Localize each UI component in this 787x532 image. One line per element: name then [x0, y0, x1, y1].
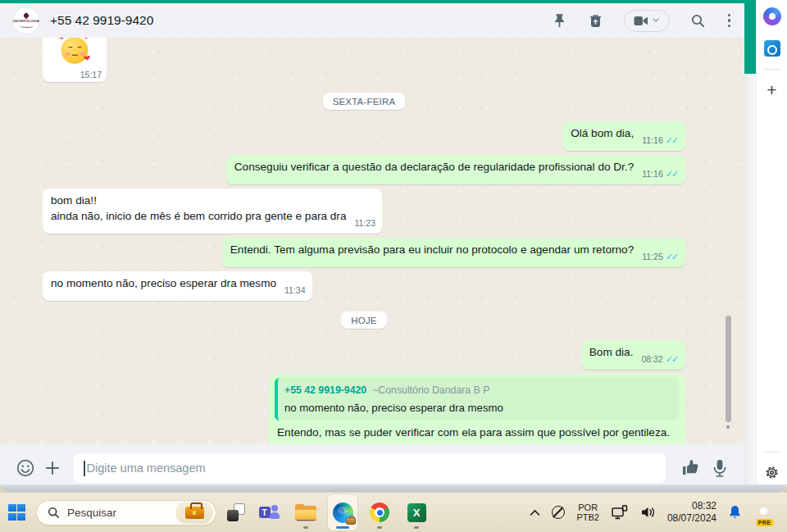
- chat-panel: ❤❤❤15:17SEXTA-FEIRAOlá bom dia,11:16✓✓Co…: [0, 38, 744, 444]
- clock[interactable]: 08:32 08/07/2024: [667, 500, 716, 525]
- teams-icon: T: [259, 502, 280, 522]
- date-divider: HOJE: [341, 311, 386, 329]
- message-bubble[interactable]: Bom dia.08:32✓✓: [581, 340, 685, 370]
- read-receipt-icon: ✓✓: [666, 355, 679, 364]
- message-list: ❤❤❤15:17SEXTA-FEIRAOlá bom dia,11:16✓✓Co…: [0, 38, 744, 444]
- avatar[interactable]: ODONTOLOGIA: [12, 7, 40, 34]
- browser-page-scrollbar[interactable]: [744, 0, 756, 492]
- chat-header: ODONTOLOGIA +55 42 9919-9420: [0, 3, 744, 38]
- settings-gear-icon[interactable]: [764, 465, 780, 484]
- hidden-icons-chevron[interactable]: [530, 509, 540, 516]
- delete-icon[interactable]: [588, 13, 603, 29]
- edge-sidebar: +: [756, 0, 787, 492]
- message-text: no momento não, preciso esperar dra mesm…: [51, 277, 276, 289]
- message-text: Bom dia.: [589, 346, 634, 358]
- excel-icon: X: [407, 503, 426, 522]
- chat-title[interactable]: +55 42 9919-9420: [50, 13, 542, 28]
- preview-badge: PRE: [756, 519, 773, 526]
- taskbar-edge-button[interactable]: [328, 494, 357, 530]
- outlook-icon[interactable]: [764, 25, 780, 57]
- message-bubble[interactable]: Entendi. Tem alguma previsão para eu inc…: [222, 238, 685, 267]
- menu-icon[interactable]: [726, 12, 733, 30]
- notification-bell-icon[interactable]: [728, 505, 742, 520]
- quote-sender-name: ~Consultório Dandara B P: [372, 384, 489, 396]
- start-button[interactable]: [8, 504, 25, 521]
- message-bubble[interactable]: no momento não, preciso esperar dra mesm…: [43, 271, 312, 301]
- browser-window: ODONTOLOGIA +55 42 9919-9420: [0, 0, 787, 492]
- composer: Digite uma mensagem: [0, 444, 744, 492]
- language-indicator[interactable]: POR PTB2: [576, 502, 599, 523]
- file-explorer-icon: [295, 504, 316, 521]
- text-caret: [84, 461, 85, 476]
- message-meta: 11:25✓✓: [642, 249, 679, 265]
- emoji-icon[interactable]: [14, 457, 37, 480]
- message-meta: 11:16✓✓: [642, 166, 679, 182]
- task-view-button[interactable]: [227, 503, 245, 521]
- quote-sender: +55 42 9919-9420: [284, 384, 366, 396]
- message-input[interactable]: Digite uma mensagem: [74, 453, 666, 483]
- chat-scrollbar[interactable]: [726, 316, 731, 422]
- search-highlight-icon: [175, 502, 213, 524]
- network-icon[interactable]: [611, 505, 629, 520]
- taskbar: Pesquisar T X: [0, 492, 787, 532]
- page-band-overflow: [744, 0, 756, 74]
- sidebar-divider: [763, 452, 781, 452]
- message-text: bom dia!!ainda não, inicio de mês é bem …: [51, 194, 346, 222]
- search-placeholder: Pesquisar: [67, 507, 168, 519]
- input-placeholder: Digite uma mensagem: [87, 462, 206, 475]
- video-call-button[interactable]: [624, 10, 670, 32]
- message-bubble[interactable]: Conseguiu verificar a questão da declara…: [226, 155, 685, 184]
- taskbar-teams-button[interactable]: T: [254, 494, 284, 530]
- thumbs-up-icon[interactable]: [679, 457, 702, 480]
- sidebar-divider: [763, 69, 781, 70]
- avatar-logo-script: [20, 24, 34, 28]
- message-bubble[interactable]: bom dia!!ainda não, inicio de mês é bem …: [43, 189, 382, 234]
- hearts-emoji: ❤❤❤: [56, 38, 94, 70]
- chrome-icon: [370, 502, 389, 522]
- message-text: Entendi. Tem alguma previsão para eu inc…: [230, 243, 634, 256]
- taskbar-chrome-button[interactable]: [365, 494, 394, 530]
- scroll-down-arrow[interactable]: ▼: [725, 424, 731, 431]
- pin-icon[interactable]: [552, 13, 567, 29]
- taskbar-excel-button[interactable]: X: [402, 494, 431, 530]
- message-meta: 11:23: [354, 216, 375, 231]
- message-text: Entendo, mas se puder verificar com ela …: [277, 426, 670, 444]
- read-receipt-icon: ✓✓: [666, 170, 679, 179]
- tray-status-icon[interactable]: [552, 506, 565, 519]
- message-text: Conseguiu verificar a questão da declara…: [234, 161, 634, 173]
- screen: ODONTOLOGIA +55 42 9919-9420: [0, 0, 787, 532]
- edge-icon: [333, 502, 353, 523]
- search-icon: [48, 507, 60, 519]
- volume-icon[interactable]: [640, 506, 656, 519]
- add-icon[interactable]: +: [767, 82, 776, 98]
- taskbar-search[interactable]: Pesquisar: [36, 500, 216, 525]
- message-bubble[interactable]: Olá bom dia,11:16✓✓: [562, 121, 685, 151]
- sticker-message[interactable]: ❤❤❤15:17: [43, 38, 107, 82]
- search-icon[interactable]: [690, 13, 706, 29]
- quoted-message[interactable]: +55 42 9919-9420~Consultório Dandara B P…: [275, 378, 679, 421]
- message-time: 15:17: [80, 70, 102, 80]
- copilot-preview-icon[interactable]: PRE: [753, 502, 776, 524]
- read-receipt-icon: ✓✓: [666, 136, 679, 145]
- message-meta: 08:32✓✓: [641, 352, 679, 367]
- message-meta: 11:34: [284, 283, 306, 298]
- microphone-icon[interactable]: [709, 457, 730, 480]
- read-receipt-icon: ✓✓: [666, 252, 679, 261]
- avatar-logo-text: ODONTOLOGIA: [13, 19, 39, 23]
- work-profile-badge: [346, 517, 356, 525]
- quote-text: no momento não, preciso esperar dra mesm…: [284, 401, 671, 415]
- avatar-logo-pin: [23, 12, 30, 19]
- whatsapp-app: ODONTOLOGIA +55 42 9919-9420: [0, 0, 744, 492]
- copilot-365-icon[interactable]: [763, 7, 781, 25]
- taskbar-explorer-button[interactable]: [291, 494, 321, 530]
- attach-plus-icon[interactable]: [44, 460, 61, 476]
- message-meta: 11:16✓✓: [642, 133, 679, 148]
- date-divider: SEXTA-FEIRA: [323, 93, 406, 110]
- header-actions: [552, 10, 733, 32]
- message-text: Olá bom dia,: [571, 127, 634, 139]
- message-bubble[interactable]: +55 42 9919-9420~Consultório Dandara B P…: [269, 374, 685, 444]
